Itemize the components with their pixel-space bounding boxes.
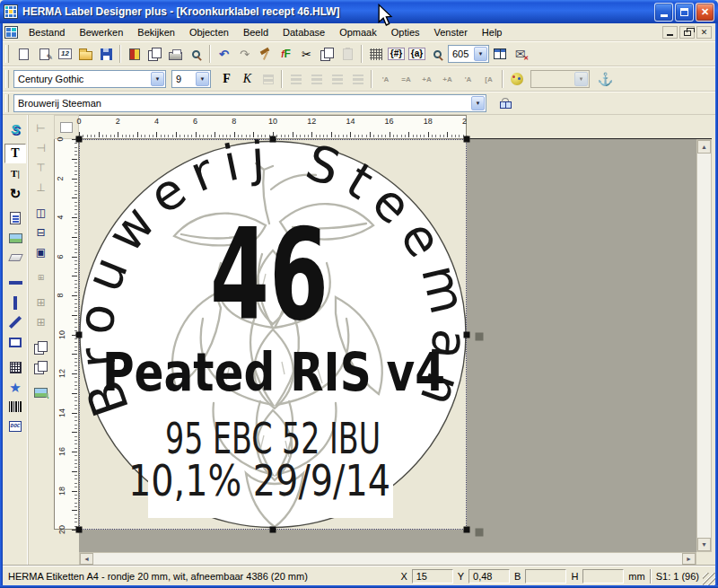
menu-database[interactable]: Database: [276, 24, 332, 40]
selection-handle[interactable]: [76, 527, 83, 533]
label-info-line[interactable]: 10,1% 29/9/14: [128, 455, 390, 505]
chevron-down-icon[interactable]: ▼: [574, 72, 588, 86]
mail-button[interactable]: ✉✕: [510, 44, 530, 64]
eraser-tool[interactable]: [4, 248, 26, 268]
menu-bestand[interactable]: Bestand: [22, 24, 72, 40]
grid-button[interactable]: [365, 44, 386, 64]
font-size-combo[interactable]: 9 ▼: [171, 70, 211, 88]
paste-button[interactable]: [337, 44, 358, 64]
doc-tool[interactable]: DOC: [4, 417, 26, 436]
selection-handle[interactable]: [464, 527, 470, 533]
database-field-combo[interactable]: Brouwerij Steeman ▼: [13, 94, 486, 112]
template-button[interactable]: [124, 44, 144, 64]
selection-handle[interactable]: [270, 136, 276, 143]
canvas-area[interactable]: 02468101214161820 02468101214161820: [54, 115, 715, 566]
import-image-button[interactable]: ↓: [31, 382, 52, 402]
selection-handle-secondary[interactable]: [476, 529, 484, 537]
tools-button[interactable]: [255, 44, 276, 64]
scroll-down-button[interactable]: ▼: [697, 538, 711, 551]
label-big-number[interactable]: 46: [210, 202, 328, 348]
style-combo[interactable]: ▼: [530, 70, 590, 88]
image-tool[interactable]: [4, 228, 26, 248]
font-size-button[interactable]: fF: [276, 44, 296, 64]
spacing-increase-button[interactable]: 'A: [375, 69, 396, 89]
selection-handle[interactable]: [76, 332, 83, 338]
chevron-down-icon[interactable]: ▼: [471, 96, 485, 110]
selection-handle[interactable]: [464, 332, 470, 338]
title-bar[interactable]: HERMA Label Designer plus - [Kroonkurkla…: [0, 0, 718, 23]
scroll-left-button[interactable]: ◄: [80, 553, 93, 565]
mdi-minimize-button[interactable]: [662, 26, 678, 39]
maximize-button[interactable]: [675, 3, 694, 22]
same-width-button[interactable]: ⊞: [31, 293, 52, 312]
same-height-button[interactable]: ⊞: [31, 312, 52, 332]
minimize-button[interactable]: [654, 3, 673, 22]
menu-opties[interactable]: Opties: [384, 24, 427, 40]
anchor-button[interactable]: ⚓: [595, 69, 616, 89]
redo-button[interactable]: ↷: [234, 44, 255, 64]
circular-text-tool[interactable]: ↻: [4, 183, 26, 203]
chevron-down-icon[interactable]: ▼: [196, 72, 209, 86]
label-page[interactable]: Brouwerij Steeman 46 Peated RIS v4 95 EB…: [79, 139, 467, 530]
new-document-button[interactable]: [13, 44, 34, 64]
menu-help[interactable]: Help: [475, 24, 510, 40]
bold-button[interactable]: F: [216, 69, 237, 89]
vertical-scrollbar[interactable]: ▲ ▼: [696, 139, 712, 552]
menu-bewerken[interactable]: Bewerken: [72, 24, 130, 40]
menu-objecten[interactable]: Objecten: [182, 24, 236, 40]
mdi-close-button[interactable]: ✕: [696, 26, 712, 39]
toolbar-grip[interactable]: [5, 94, 9, 112]
open-button[interactable]: [75, 44, 96, 64]
resize-grip[interactable]: [703, 573, 715, 585]
text-cursor-tool[interactable]: T|: [4, 163, 26, 183]
cut-button[interactable]: ✂: [296, 44, 317, 64]
same-size-button[interactable]: ⊞: [31, 268, 52, 287]
print-preview-button[interactable]: [186, 44, 206, 64]
toolbar-grip[interactable]: [5, 70, 9, 88]
horizontal-line-tool[interactable]: [4, 273, 26, 293]
print-button[interactable]: [165, 44, 186, 64]
send-to-back-button[interactable]: [31, 357, 52, 377]
menu-bekijken[interactable]: Bekijken: [130, 24, 182, 40]
toolbar-grip[interactable]: [5, 45, 9, 63]
align-left-objects-button[interactable]: ⊢: [31, 118, 52, 138]
chevron-down-icon[interactable]: ▼: [151, 72, 164, 86]
insert-text-field-button[interactable]: {a}: [407, 44, 427, 64]
selection-handle-secondary[interactable]: [476, 333, 484, 341]
save-button[interactable]: [96, 44, 117, 64]
center-both-button[interactable]: ▣: [31, 242, 52, 262]
diagonal-line-tool[interactable]: [4, 312, 26, 332]
horizontal-scrollbar[interactable]: ◄ ►: [79, 552, 696, 566]
zoom-button[interactable]: [427, 44, 448, 64]
align-center-button[interactable]: [306, 69, 327, 89]
mdi-restore-button[interactable]: [679, 26, 695, 39]
menu-opmaak[interactable]: Opmaak: [332, 24, 384, 40]
edit-template-button[interactable]: ✎: [34, 44, 55, 64]
font-family-combo[interactable]: Century Gothic ▼: [13, 70, 166, 88]
letter-frame-button[interactable]: [A: [478, 69, 499, 89]
scroll-right-button[interactable]: ►: [682, 553, 696, 565]
selection-handle[interactable]: [270, 527, 276, 533]
rectangle-tool[interactable]: [4, 332, 26, 352]
text-lines-button[interactable]: [258, 69, 278, 89]
chevron-down-icon[interactable]: ▼: [474, 47, 487, 61]
align-justify-button[interactable]: [347, 69, 368, 89]
bring-to-front-button[interactable]: [31, 338, 52, 357]
selection-handle[interactable]: [464, 136, 470, 143]
selection-handle[interactable]: [76, 136, 83, 143]
align-right-objects-button[interactable]: ⊣: [31, 138, 52, 158]
page-numbers-button[interactable]: 12: [55, 44, 75, 64]
field-list-tool[interactable]: [4, 208, 26, 228]
window-layout-button[interactable]: [489, 44, 510, 64]
document-icon[interactable]: [4, 26, 18, 39]
align-top-objects-button[interactable]: ⊤: [31, 158, 52, 178]
align-left-button[interactable]: [285, 69, 306, 89]
insert-number-field-button[interactable]: {#}: [386, 44, 407, 64]
copy-button[interactable]: [317, 44, 337, 64]
spacing-lines-button[interactable]: =A: [396, 69, 416, 89]
spacing-wider-button[interactable]: +A: [416, 69, 437, 89]
color-palette-button[interactable]: [506, 69, 527, 89]
undo-button[interactable]: ↶: [214, 44, 234, 64]
record-lock-button[interactable]: [495, 93, 516, 113]
duplicate-button[interactable]: [144, 44, 165, 64]
